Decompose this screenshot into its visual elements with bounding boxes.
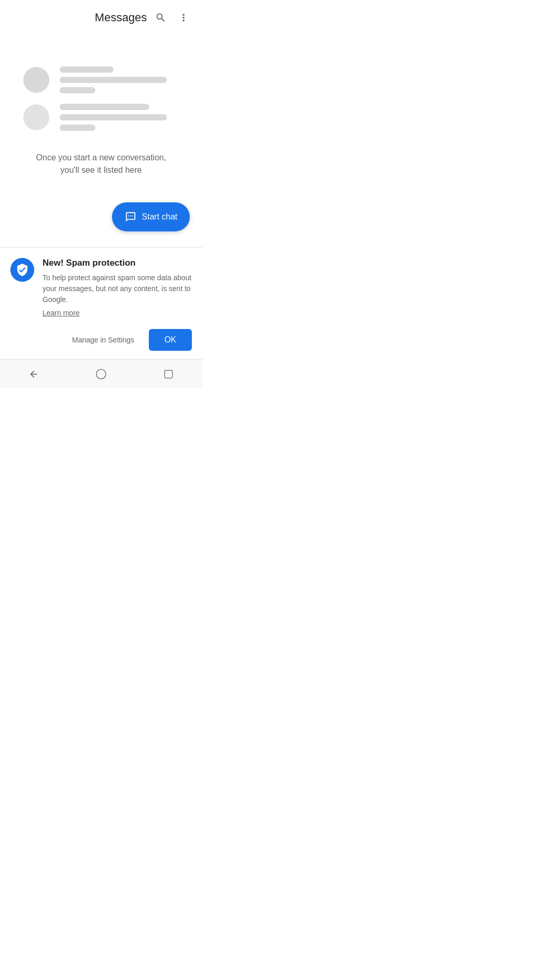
start-chat-label: Start chat	[142, 212, 177, 222]
placeholder-line	[60, 77, 167, 83]
placeholder-line	[60, 87, 95, 93]
home-icon	[95, 368, 107, 380]
app-bar: Messages	[0, 0, 202, 35]
manage-settings-button[interactable]: Manage in Settings	[68, 332, 138, 348]
spam-icon-circle	[10, 258, 34, 282]
placeholder-lines-2	[60, 104, 179, 131]
home-button[interactable]	[90, 363, 113, 386]
placeholder-lines-1	[60, 66, 179, 93]
empty-state: Once you start a new conversation, you'l…	[0, 35, 202, 192]
spam-protection-card: New! Spam protection To help protect aga…	[0, 248, 202, 359]
recents-button[interactable]	[157, 363, 180, 386]
app-bar-actions	[150, 7, 194, 28]
start-chat-button[interactable]: Start chat	[112, 202, 190, 231]
back-button[interactable]	[22, 363, 45, 386]
shield-check-icon	[16, 263, 29, 277]
search-button[interactable]	[150, 7, 171, 28]
placeholder-list	[23, 66, 179, 131]
placeholder-line	[60, 125, 95, 131]
spam-content: New! Spam protection To help protect aga…	[43, 258, 192, 318]
more-options-button[interactable]	[173, 7, 194, 28]
ok-button[interactable]: OK	[149, 329, 192, 351]
placeholder-line	[60, 66, 114, 73]
spam-actions: Manage in Settings OK	[10, 325, 192, 351]
learn-more-button[interactable]: Learn more	[43, 309, 80, 317]
bottom-nav	[0, 359, 202, 388]
placeholder-line	[60, 104, 149, 110]
placeholder-row-2	[23, 104, 179, 131]
placeholder-avatar-1	[23, 67, 49, 93]
placeholder-avatar-2	[23, 104, 49, 130]
fab-container: Start chat	[0, 192, 202, 247]
svg-point-0	[96, 369, 106, 378]
search-icon	[155, 12, 166, 23]
spam-description: To help protect against spam some data a…	[43, 272, 192, 305]
chat-icon	[124, 211, 137, 223]
placeholder-row-1	[23, 66, 179, 93]
spam-title: New! Spam protection	[43, 258, 192, 268]
page-title: Messages	[91, 11, 150, 24]
placeholder-line	[60, 114, 167, 120]
spam-header: New! Spam protection To help protect aga…	[10, 258, 192, 318]
back-icon	[29, 369, 39, 379]
more-vert-icon	[178, 12, 189, 23]
recents-icon	[163, 369, 174, 379]
empty-state-text: Once you start a new conversation, you'l…	[34, 152, 169, 176]
svg-rect-1	[165, 370, 173, 378]
